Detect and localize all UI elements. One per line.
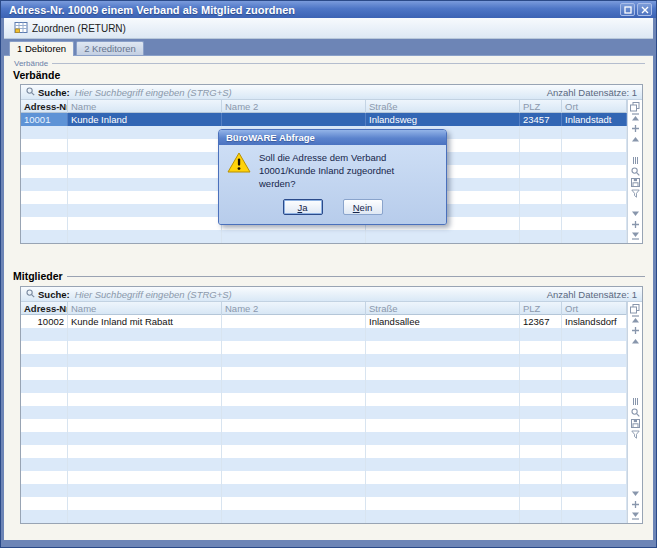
cell-strasse: Inlandsallee	[366, 315, 520, 328]
column-header-adress_nr[interactable]: Adress-Nr.	[21, 302, 68, 315]
column-header-name2[interactable]: Name 2	[222, 100, 366, 113]
cell-strasse	[366, 328, 520, 341]
verbaende-data-row[interactable]: 10001Kunde InlandInlandsweg23457Inlandst…	[21, 113, 627, 126]
warning-icon	[227, 152, 251, 177]
mitglieder-empty-row[interactable]	[21, 328, 627, 341]
mitglieder-empty-row[interactable]	[21, 510, 627, 523]
mitglieder-empty-row[interactable]	[21, 380, 627, 393]
step-up-icon[interactable]	[631, 336, 640, 347]
mitglieder-empty-row[interactable]	[21, 484, 627, 497]
column-header-strasse[interactable]: Straße	[366, 302, 520, 315]
filter-icon[interactable]	[631, 429, 640, 440]
row-down-icon[interactable]	[631, 219, 640, 230]
tab-kreditoren[interactable]: 2 Kreditoren	[76, 41, 144, 55]
cell-name	[68, 328, 222, 341]
main-window: Adress-Nr. 10009 einem Verband als Mitgl…	[0, 0, 657, 548]
column-header-ort[interactable]: Ort	[562, 100, 627, 113]
verbaende-search-bar[interactable]: Suche: Hier Suchbegriff eingeben (STRG+S…	[21, 85, 642, 100]
assign-button-label: Zuordnen (RETURN)	[32, 23, 126, 34]
toolbar: Zuordnen (RETURN)	[4, 18, 653, 39]
cell-adress_nr	[21, 126, 68, 139]
scroll-top-icon[interactable]	[631, 112, 640, 123]
copy-icon[interactable]	[630, 101, 640, 112]
cell-adress_nr	[21, 191, 68, 204]
zoom-icon[interactable]	[631, 166, 640, 177]
scroll-bottom-icon[interactable]	[631, 510, 640, 521]
cell-adress_nr	[21, 230, 68, 243]
cell-strasse	[366, 406, 520, 419]
cell-strasse	[366, 230, 520, 243]
cell-name	[68, 393, 222, 406]
column-header-name2[interactable]: Name 2	[222, 302, 366, 315]
column-header-adress_nr[interactable]: Adress-Nr.	[21, 100, 68, 113]
step-down-icon[interactable]	[631, 488, 640, 499]
cell-name2	[222, 497, 366, 510]
restore-button[interactable]	[620, 3, 635, 16]
content-panel: Verbände Verbände Suche: Hier Suchbegrif…	[4, 55, 653, 540]
mitglieder-empty-row[interactable]	[21, 458, 627, 471]
column-header-ort[interactable]: Ort	[562, 302, 627, 315]
cell-ort	[562, 419, 627, 432]
mitglieder-empty-row[interactable]	[21, 497, 627, 510]
step-down-icon[interactable]	[631, 208, 640, 219]
row-up-icon[interactable]	[631, 325, 640, 336]
tab-debitoren[interactable]: 1 Debitoren	[9, 41, 74, 56]
scroll-bottom-icon[interactable]	[631, 230, 640, 241]
cell-adress_nr	[21, 497, 68, 510]
cell-name	[68, 139, 222, 152]
columns-icon[interactable]	[631, 155, 640, 166]
verbaende-empty-row[interactable]	[21, 230, 627, 243]
row-up-icon[interactable]	[631, 123, 640, 134]
cell-ort	[562, 484, 627, 497]
cell-name2	[222, 354, 366, 367]
cell-plz	[520, 432, 562, 445]
tab-band: 1 Debitoren 2 Kreditoren	[4, 39, 653, 55]
step-up-icon[interactable]	[631, 134, 640, 145]
cell-plz: 12367	[520, 315, 562, 328]
legend-divider	[52, 63, 645, 64]
yes-button[interactable]: Ja	[283, 199, 323, 215]
cell-adress_nr	[21, 152, 68, 165]
cell-strasse	[366, 380, 520, 393]
assign-grid-icon	[14, 21, 28, 36]
copy-icon[interactable]	[630, 303, 640, 314]
cell-ort	[562, 471, 627, 484]
column-header-plz[interactable]: PLZ	[520, 100, 562, 113]
mitglieder-empty-row[interactable]	[21, 419, 627, 432]
columns-icon[interactable]	[631, 396, 640, 407]
search-icon	[26, 87, 35, 98]
mitglieder-empty-row[interactable]	[21, 471, 627, 484]
mitglieder-data-row[interactable]: 10002Kunde Inland mit RabattInlandsallee…	[21, 315, 627, 328]
save-icon[interactable]	[631, 418, 640, 429]
mitglieder-empty-row[interactable]	[21, 445, 627, 458]
no-button[interactable]: Nein	[343, 199, 383, 215]
column-header-name[interactable]: Name	[68, 302, 222, 315]
row-down-icon[interactable]	[631, 499, 640, 510]
cell-adress_nr	[21, 217, 68, 230]
cell-adress_nr	[21, 380, 68, 393]
cell-ort	[562, 126, 627, 139]
dialog-buttons: Ja Nein	[227, 199, 438, 215]
column-header-plz[interactable]: PLZ	[520, 302, 562, 315]
mitglieder-empty-row[interactable]	[21, 432, 627, 445]
zoom-icon[interactable]	[631, 407, 640, 418]
scroll-top-icon[interactable]	[631, 314, 640, 325]
mitglieder-empty-row[interactable]	[21, 406, 627, 419]
cell-ort	[562, 152, 627, 165]
column-header-strasse[interactable]: Straße	[366, 100, 520, 113]
cell-plz	[520, 165, 562, 178]
column-header-name[interactable]: Name	[68, 100, 222, 113]
dialog-content: Soll die Adresse dem Verband 10001/Kunde…	[219, 145, 446, 224]
cell-plz	[520, 445, 562, 458]
filter-icon[interactable]	[631, 188, 640, 199]
close-button[interactable]	[637, 3, 652, 16]
mitglieder-empty-row[interactable]	[21, 341, 627, 354]
assign-button[interactable]: Zuordnen (RETURN)	[10, 20, 130, 37]
mitglieder-search-bar[interactable]: Suche: Hier Suchbegriff eingeben (STRG+S…	[21, 287, 642, 302]
mitglieder-empty-row[interactable]	[21, 393, 627, 406]
cell-ort	[562, 139, 627, 152]
save-icon[interactable]	[631, 177, 640, 188]
cell-plz	[520, 178, 562, 191]
mitglieder-empty-row[interactable]	[21, 354, 627, 367]
mitglieder-empty-row[interactable]	[21, 367, 627, 380]
